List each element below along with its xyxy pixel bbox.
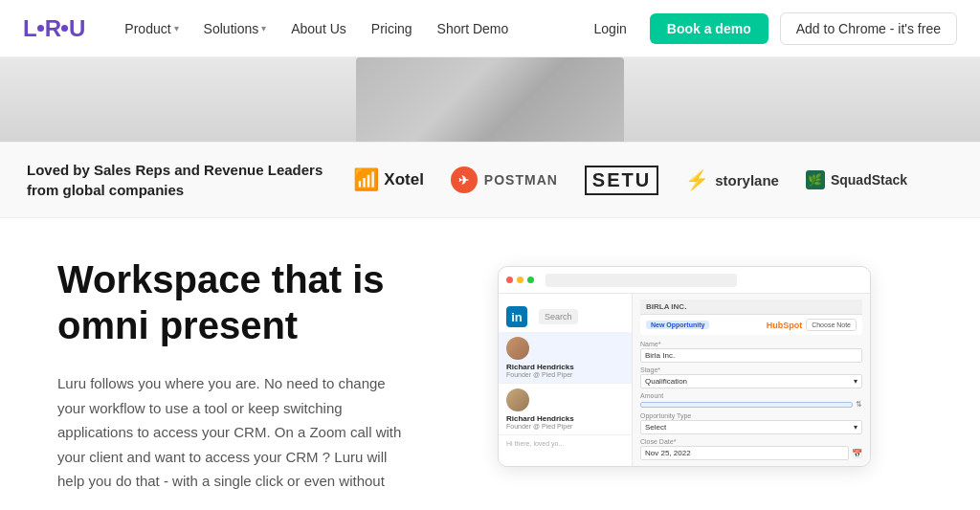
squadstack-icon: 🌿 [806,170,825,189]
hero-image-strip [0,57,980,142]
add-to-chrome-button[interactable]: Add to Chrome - it's free [780,12,957,45]
crm-top-bar [499,267,870,294]
main-heading: Workspace that is omni present [57,256,459,348]
setu-logo: SETU [585,166,658,195]
crm-person-item-2[interactable]: Richard Hendricks Founder @ Pied Piper [499,384,632,435]
navbar: L R U Product ▾ Solutions ▾ About Us Pri… [0,0,980,57]
nav-item-about[interactable]: About Us [281,15,356,42]
postman-logo: ✈ POSTMAN [451,166,558,193]
logos-tagline: Loved by Sales Reps and Revenue Leaders … [27,160,323,200]
crm-left-panel: in Search Richard Hendricks Founder @ Pi… [499,294,633,466]
setu-label: SETU [585,166,658,195]
xotel-label: Xotel [384,170,424,189]
wifi-icon: 📶 [353,167,379,192]
choose-note-button[interactable]: Choose Note [806,319,857,331]
crm-field-stage: Stage* Qualification ▾ [640,366,862,388]
person-name-1: Richard Hendricks [506,363,624,371]
main-left: Workspace that is omni present Luru foll… [57,256,459,510]
amount-icon: ⇅ [856,400,862,409]
main-right: in Search Richard Hendricks Founder @ Pi… [498,256,942,467]
postman-icon: ✈ [451,166,478,193]
chevron-down-icon: ▾ [854,377,858,386]
hero-image [356,57,624,142]
maximize-dot [527,277,534,283]
close-date-input[interactable]: Nov 25, 2022 [640,446,849,460]
crm-company-bar: New Opportunity HubSpot Choose Note [640,315,862,335]
person-role-2: Founder @ Pied Piper [506,423,624,430]
person-role-1: Founder @ Pied Piper [506,371,624,378]
login-button[interactable]: Login [583,15,638,42]
person-avatar-2 [506,388,529,411]
crm-person-item-1[interactable]: Richard Hendricks Founder @ Pied Piper [499,332,632,384]
xotel-logo: 📶 Xotel [353,167,424,192]
main-section: Workspace that is omni present Luru foll… [0,218,980,510]
logos-banner: Loved by Sales Reps and Revenue Leaders … [0,142,980,218]
postman-label: POSTMAN [484,172,558,188]
crm-body: in Search Richard Hendricks Founder @ Pi… [499,294,870,466]
nav-item-solutions[interactable]: Solutions ▾ [194,15,277,42]
linkedin-logo: in Search [499,301,632,332]
storylane-label: storylane [715,172,779,188]
minimize-dot [517,277,523,283]
crm-field-close-date: Close Date* Nov 25, 2022 📅 [640,438,862,460]
crm-field-type: Opportunity Type Select ▾ [640,412,862,434]
main-body-text: Luru follows you where you are. No need … [57,371,402,494]
crm-right-panel: BIRLA INC. New Opportunity HubSpot Choos… [633,294,870,466]
squadstack-label: SquadStack [831,172,907,188]
crm-field-name: Name* Birla Inc. [640,341,862,363]
amount-input[interactable] [640,402,853,408]
close-dot [506,277,513,283]
storylane-logo: ⚡ storylane [685,168,779,191]
nav-right: Login Book a demo Add to Chrome - it's f… [583,12,957,45]
url-bar [546,274,737,287]
crm-mockup: in Search Richard Hendricks Founder @ Pi… [498,266,871,467]
new-opportunity-tag: New Opportunity [646,321,709,329]
nav-item-product[interactable]: Product ▾ [115,15,188,42]
crm-message-hint: Hi there, loved yo... [499,435,632,452]
person-avatar-1 [506,337,529,360]
logo[interactable]: L R U [23,15,84,42]
squadstack-logo: 🌿 SquadStack [806,170,907,189]
crm-search-box[interactable]: Search [539,309,578,324]
nav-item-short-demo[interactable]: Short Demo [428,15,519,42]
book-demo-button[interactable]: Book a demo [650,13,768,44]
chevron-down-icon: ▾ [261,23,266,33]
crm-company-name: BIRLA INC. [640,299,862,315]
hubspot-logo: HubSpot [767,321,803,330]
nav-links: Product ▾ Solutions ▾ About Us Pricing S… [115,15,582,42]
calendar-icon: 📅 [852,449,862,458]
logos-list: 📶 Xotel ✈ POSTMAN SETU ⚡ storylane 🌿 Squ… [353,166,953,195]
nav-item-pricing[interactable]: Pricing [362,15,422,42]
chevron-down-icon: ▾ [854,423,858,432]
person-name-2: Richard Hendricks [506,414,624,423]
crm-field-amount: Amount ⇅ [640,392,862,409]
storylane-icon: ⚡ [685,168,709,191]
chevron-down-icon: ▾ [174,23,179,33]
